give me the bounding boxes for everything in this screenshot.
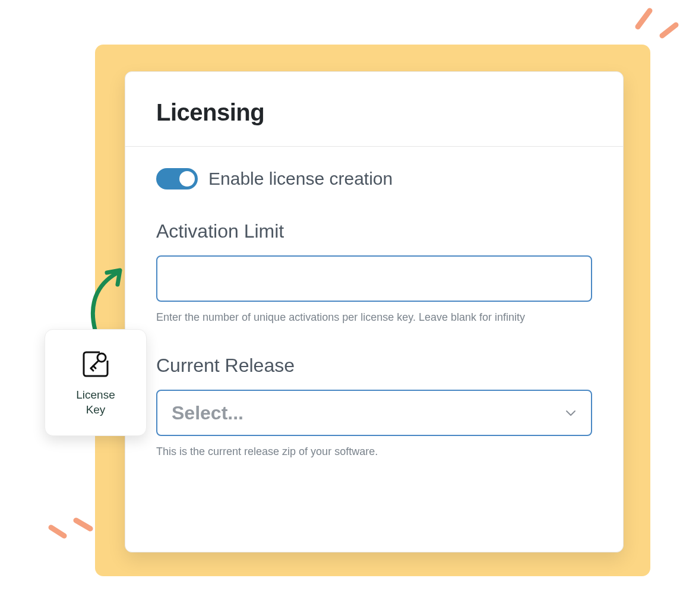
toggle-knob (179, 171, 195, 187)
card-header: Licensing (125, 72, 623, 147)
select-placeholder: Select... (172, 402, 244, 424)
activation-limit-label: Activation Limit (156, 220, 592, 242)
badge-label-line1: License (76, 388, 115, 401)
arrow-icon (83, 264, 137, 336)
activation-limit-input[interactable] (156, 255, 592, 302)
current-release-label: Current Release (156, 355, 592, 377)
license-key-icon (79, 348, 112, 381)
current-release-helper: This is the current release zip of your … (156, 446, 592, 458)
decoration-bottom-left (43, 517, 96, 558)
svg-line-4 (93, 366, 96, 368)
decoration-top-right (630, 0, 683, 48)
badge-label-line2: Key (86, 403, 106, 416)
current-release-select[interactable]: Select... (156, 390, 592, 436)
card-title: Licensing (156, 99, 592, 126)
card-body: Enable license creation Activation Limit… (125, 147, 623, 458)
chevron-down-icon (565, 407, 577, 419)
licensing-card: Licensing Enable license creation Activa… (125, 71, 624, 552)
enable-license-toggle[interactable] (156, 168, 198, 189)
svg-line-5 (91, 368, 93, 371)
license-key-badge-label: License Key (76, 388, 115, 417)
license-key-badge: License Key (45, 329, 147, 436)
activation-limit-helper: Enter the number of unique activations p… (156, 311, 592, 324)
enable-license-label: Enable license creation (208, 169, 393, 189)
enable-license-row: Enable license creation (156, 168, 592, 189)
